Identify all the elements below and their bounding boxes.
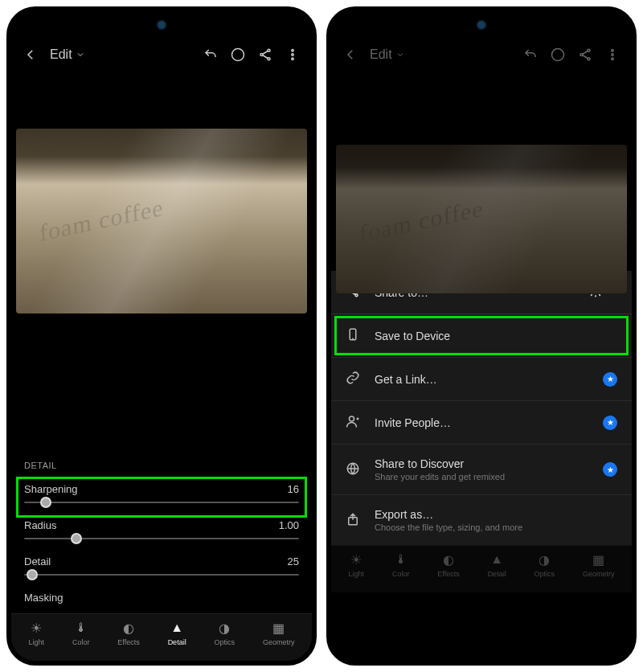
detail-panel: DETAIL Sharpening16 Radius1.00 Detail25 …	[11, 451, 312, 613]
screen-right: Edit foam coffee Share to… Save to Devic…	[331, 11, 632, 661]
nav-color[interactable]: 🌡Color	[392, 552, 410, 578]
invite-people-label: Invite People…	[375, 416, 451, 429]
nav-effects[interactable]: ◐Effects	[437, 552, 459, 578]
bottom-nav: ☀Light 🌡Color ◐Effects ▲Detail ◑Optics ▦…	[11, 613, 312, 661]
share-discover-label: Share to Discover	[375, 457, 464, 470]
sharpening-value: 16	[288, 483, 299, 495]
slider-masking[interactable]: Masking	[11, 587, 312, 613]
svg-point-13	[612, 58, 613, 59]
premium-badge-icon: ★	[603, 462, 617, 477]
link-icon	[346, 371, 360, 387]
more-icon[interactable]	[285, 47, 301, 63]
svg-point-6	[292, 58, 293, 59]
share-icon[interactable]	[577, 47, 593, 63]
nav-optics[interactable]: ◑Optics	[534, 552, 555, 578]
bottom-nav: ☀Light 🌡Color ◐Effects ▲Detail ◑Optics ▦…	[331, 545, 632, 592]
nav-optics[interactable]: ◑Optics	[215, 621, 235, 646]
premium-badge-icon: ★	[603, 372, 617, 387]
svg-point-3	[268, 58, 270, 60]
save-to-device-label: Save to Device	[375, 330, 450, 342]
phone-right: Edit foam coffee Share to… Save to Devic…	[326, 6, 637, 666]
nav-light[interactable]: ☀Light	[348, 552, 364, 578]
detail-value: 25	[288, 555, 299, 568]
svg-point-10	[588, 58, 590, 60]
svg-point-9	[580, 54, 583, 56]
get-link-label: Get a Link…	[375, 373, 437, 386]
nav-light[interactable]: ☀Light	[28, 621, 44, 646]
phone-left: Edit foam coffee DETAIL Sharpening16 Rad…	[6, 6, 317, 666]
slider-detail[interactable]: Detail25	[11, 551, 312, 587]
image-preview-dim: foam coffee	[331, 71, 632, 295]
back-icon[interactable]	[342, 47, 358, 63]
screen-left: Edit foam coffee DETAIL Sharpening16 Rad…	[11, 11, 312, 661]
nav-color[interactable]: 🌡Color	[72, 621, 90, 646]
svg-point-16	[355, 294, 358, 297]
sheet-item-share-discover[interactable]: Share to Discover Share your edits and g…	[331, 445, 632, 495]
sheet-item-invite-people[interactable]: Invite People… ★	[331, 401, 632, 445]
edit-dropdown[interactable]: Edit	[370, 47, 405, 62]
premium-badge-icon: ★	[603, 416, 617, 430]
svg-point-4	[292, 50, 293, 51]
svg-point-12	[612, 54, 613, 55]
nav-detail[interactable]: ▲Detail	[168, 621, 186, 646]
radius-label: Radius	[24, 519, 56, 531]
globe-icon	[346, 461, 360, 478]
detail-label: Detail	[24, 555, 51, 568]
svg-point-8	[588, 49, 590, 51]
export-as-text: Export as… Choose the file type, sizing,…	[375, 508, 522, 532]
person-add-icon	[346, 414, 360, 431]
undo-icon[interactable]	[203, 47, 219, 63]
phone-icon	[346, 327, 360, 344]
photo-sign-text: foam coffee	[358, 194, 484, 247]
image-preview[interactable]: foam coffee	[11, 127, 312, 315]
check-icon[interactable]	[230, 47, 246, 63]
share-icon[interactable]	[257, 47, 273, 63]
share-sheet: Share to… Save to Device Get a Link… ★ I…	[331, 271, 632, 545]
nav-geometry[interactable]: ▦Geometry	[263, 621, 295, 646]
svg-point-11	[612, 50, 613, 51]
export-icon	[346, 512, 360, 529]
photo-sign-text: foam coffee	[39, 193, 164, 246]
edit-dropdown[interactable]: Edit	[50, 47, 85, 62]
nav-geometry[interactable]: ▦Geometry	[583, 552, 615, 578]
sharpening-label: Sharpening	[24, 483, 78, 495]
share-discover-text: Share to Discover Share your edits and g…	[375, 457, 505, 481]
more-icon[interactable]	[604, 47, 620, 63]
check-icon[interactable]	[550, 47, 566, 63]
undo-icon[interactable]	[522, 47, 539, 63]
sheet-item-get-link[interactable]: Get a Link… ★	[331, 358, 632, 401]
export-as-label: Export as…	[375, 508, 433, 521]
top-bar: Edit	[11, 35, 312, 71]
svg-point-20	[350, 416, 354, 421]
nav-effects[interactable]: ◐Effects	[117, 621, 139, 646]
masking-label: Masking	[24, 592, 63, 604]
back-icon[interactable]	[23, 47, 39, 63]
svg-point-5	[292, 54, 293, 55]
slider-radius[interactable]: Radius1.00	[11, 514, 312, 551]
svg-point-1	[268, 49, 270, 51]
top-bar: Edit	[331, 35, 632, 71]
detail-section-label: DETAIL	[11, 451, 312, 478]
export-as-sub: Choose the file type, sizing, and more	[375, 522, 522, 532]
slider-sharpening[interactable]: Sharpening16	[11, 478, 312, 514]
radius-value: 1.00	[279, 519, 299, 531]
nav-detail[interactable]: ▲Detail	[488, 552, 506, 578]
sheet-item-save-to-device[interactable]: Save to Device	[331, 314, 632, 358]
share-discover-sub: Share your edits and get remixed	[375, 472, 505, 481]
svg-point-2	[260, 54, 263, 56]
sheet-item-export-as[interactable]: Export as… Choose the file type, sizing,…	[331, 495, 632, 545]
